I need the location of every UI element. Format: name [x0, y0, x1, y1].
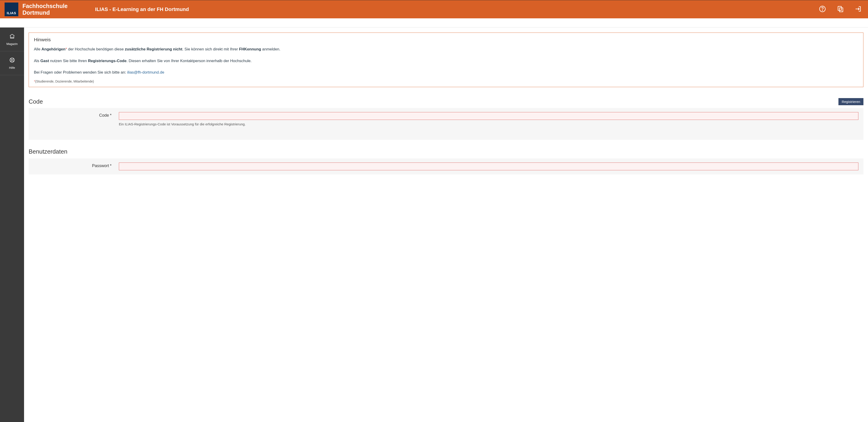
form-block-user: Passwort * — [29, 159, 863, 174]
brand-title: Fachhochschule Dortmund — [23, 3, 68, 16]
sidebar: Magazin Hilfe — [0, 28, 24, 422]
building-icon — [9, 33, 15, 40]
top-icons — [819, 5, 863, 13]
svg-point-5 — [11, 59, 13, 61]
ilias-logo[interactable]: ILIAS — [5, 2, 18, 16]
contact-email-link[interactable]: ilias@fh-dortmund.de — [127, 70, 164, 75]
info-paragraph-3: Bei Fragen oder Problemen wenden Sie sic… — [34, 70, 858, 76]
top-banner: ILIAS Fachhochschule Dortmund ILIAS - E-… — [0, 0, 868, 18]
help-icon[interactable] — [819, 5, 826, 13]
form-row-code: Code * Ein ILIAS-Registrierungs-Code ist… — [34, 112, 858, 126]
info-paragraph-2: Als Gast nutzen Sie bitte Ihren Registri… — [34, 58, 858, 64]
password-input[interactable] — [119, 163, 858, 170]
sidebar-item-magazin[interactable]: Magazin — [0, 28, 24, 51]
lifebuoy-icon — [9, 57, 15, 64]
form-row-password: Passwort * — [34, 163, 858, 170]
main-content: Hinweis Alle Angehörigen* der Hochschule… — [24, 28, 868, 422]
svg-point-1 — [822, 10, 823, 11]
register-button[interactable]: Registrieren — [838, 98, 863, 105]
info-paragraph-1: Alle Angehörigen* der Hochschule benötig… — [34, 47, 858, 52]
info-heading: Hinweis — [34, 37, 858, 43]
section-code-header: Code Registrieren — [29, 98, 863, 105]
sidebar-item-label: Magazin — [6, 42, 18, 46]
sidebar-item-label: Hilfe — [9, 66, 15, 69]
brand-line2: Dortmund — [23, 9, 50, 16]
sidebar-item-hilfe[interactable]: Hilfe — [0, 51, 24, 75]
info-box: Hinweis Alle Angehörigen* der Hochschule… — [29, 32, 863, 87]
brand-line1: Fachhochschule — [23, 3, 68, 9]
info-footnote: *(Studierende, Dozierende, Mitarbeitende… — [34, 80, 858, 83]
code-input[interactable] — [119, 112, 858, 120]
page-title: ILIAS - E-Learning an der FH Dortmund — [95, 6, 189, 12]
copy-icon[interactable] — [837, 5, 844, 13]
code-required-mark: * — [110, 113, 112, 118]
code-label: Code — [99, 113, 109, 118]
password-required-mark: * — [110, 163, 112, 168]
section-user-title: Benutzerdaten — [29, 148, 863, 155]
code-help-text: Ein ILIAS-Registrierungs-Code ist Voraus… — [119, 122, 858, 126]
password-label: Passwort — [92, 163, 109, 168]
logo-text: ILIAS — [7, 11, 16, 15]
subheader — [0, 18, 868, 28]
section-code-title: Code — [29, 98, 43, 105]
form-block-code: Code * Ein ILIAS-Registrierungs-Code ist… — [29, 108, 863, 140]
login-icon[interactable] — [855, 5, 862, 13]
